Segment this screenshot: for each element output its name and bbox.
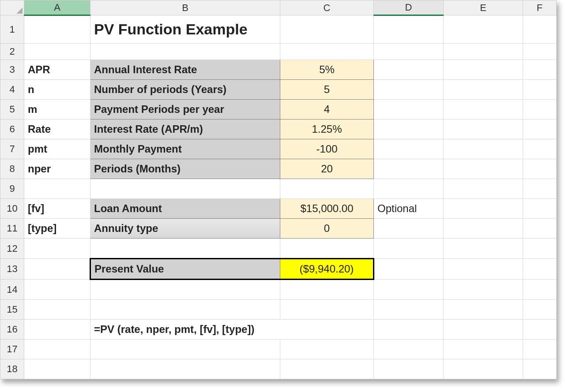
row-11[interactable]: 11 [type] Annuity type 0 xyxy=(0,219,557,239)
col-header-E[interactable]: E xyxy=(444,0,523,15)
cell-A4[interactable]: n xyxy=(24,80,90,100)
cell-D10[interactable]: Optional xyxy=(374,199,444,219)
cell-E4[interactable] xyxy=(444,80,523,100)
cell-F12[interactable] xyxy=(523,239,557,259)
cell-F11[interactable] xyxy=(523,219,557,239)
row-header-11[interactable]: 11 xyxy=(0,219,24,239)
cell-B4[interactable]: Number of periods (Years) xyxy=(90,80,280,100)
row-8[interactable]: 8 nper Periods (Months) 20 xyxy=(0,159,557,179)
cell-E6[interactable] xyxy=(444,119,523,139)
cell-D1[interactable] xyxy=(374,15,444,44)
cell-B3[interactable]: Annual Interest Rate xyxy=(90,60,280,80)
col-header-F[interactable]: F xyxy=(523,0,557,15)
cell-A8[interactable]: nper xyxy=(24,159,90,179)
cell-D9[interactable] xyxy=(374,179,444,199)
cell-C7[interactable]: -100 xyxy=(280,139,374,159)
cell-D4[interactable] xyxy=(374,80,444,100)
cell-F14[interactable] xyxy=(523,280,557,300)
cell-F10[interactable] xyxy=(523,199,557,219)
cell-B16-formula[interactable]: =PV (rate, nper, pmt, [fv], [type]) xyxy=(90,320,374,340)
cell-F3[interactable] xyxy=(523,60,557,80)
cell-E16[interactable] xyxy=(444,320,523,340)
cell-F16[interactable] xyxy=(523,320,557,340)
cell-A3[interactable]: APR xyxy=(24,60,90,80)
cell-D11[interactable] xyxy=(374,219,444,239)
cell-C18[interactable] xyxy=(280,359,374,379)
cell-B11[interactable]: Annuity type xyxy=(90,219,280,239)
cell-A12[interactable] xyxy=(24,239,90,259)
cell-D12[interactable] xyxy=(374,239,444,259)
cell-A10[interactable]: [fv] xyxy=(24,199,90,219)
cell-B6[interactable]: Interest Rate (APR/m) xyxy=(90,119,280,139)
cell-B17[interactable] xyxy=(90,340,280,359)
row-13[interactable]: 13 Present Value ($9,940.20) xyxy=(0,259,557,280)
cell-A11[interactable]: [type] xyxy=(24,219,90,239)
row-15[interactable]: 15 xyxy=(0,300,557,320)
cell-A1[interactable] xyxy=(24,15,90,44)
cell-B15[interactable] xyxy=(90,300,280,320)
cell-E2[interactable] xyxy=(444,44,523,60)
spreadsheet-grid[interactable]: A B C D E F 1 PV Function Example 2 3 AP… xyxy=(0,0,557,379)
cell-B10[interactable]: Loan Amount xyxy=(90,199,280,219)
cell-B14[interactable] xyxy=(90,280,280,300)
row-header-15[interactable]: 15 xyxy=(0,300,24,320)
cell-A18[interactable] xyxy=(24,359,90,379)
row-header-13[interactable]: 13 xyxy=(0,259,24,280)
cell-E12[interactable] xyxy=(444,239,523,259)
cell-A13[interactable] xyxy=(24,259,90,280)
cell-D15[interactable] xyxy=(374,300,444,320)
cell-F17[interactable] xyxy=(523,340,557,359)
col-header-C[interactable]: C xyxy=(280,0,374,15)
cell-C13-result[interactable]: ($9,940.20) xyxy=(280,259,374,280)
cell-B8[interactable]: Periods (Months) xyxy=(90,159,280,179)
cell-E15[interactable] xyxy=(444,300,523,320)
col-header-A[interactable]: A xyxy=(24,0,90,15)
cell-C9[interactable] xyxy=(280,179,374,199)
cell-C17[interactable] xyxy=(280,340,374,359)
cell-E7[interactable] xyxy=(444,139,523,159)
cell-A2[interactable] xyxy=(24,44,90,60)
row-header-4[interactable]: 4 xyxy=(0,80,24,100)
cell-D3[interactable] xyxy=(374,60,444,80)
cell-D6[interactable] xyxy=(374,119,444,139)
cell-E9[interactable] xyxy=(444,179,523,199)
cell-A6[interactable]: Rate xyxy=(24,119,90,139)
row-header-5[interactable]: 5 xyxy=(0,100,24,119)
row-header-14[interactable]: 14 xyxy=(0,280,24,300)
cell-F15[interactable] xyxy=(523,300,557,320)
cell-E8[interactable] xyxy=(444,159,523,179)
cell-B12[interactable] xyxy=(90,239,280,259)
cell-E13[interactable] xyxy=(444,259,523,280)
row-14[interactable]: 14 xyxy=(0,280,557,300)
cell-F4[interactable] xyxy=(523,80,557,100)
cell-E3[interactable] xyxy=(444,60,523,80)
cell-D5[interactable] xyxy=(374,100,444,119)
cell-E1[interactable] xyxy=(444,15,523,44)
cell-E14[interactable] xyxy=(444,280,523,300)
cell-C15[interactable] xyxy=(280,300,374,320)
row-header-8[interactable]: 8 xyxy=(0,159,24,179)
cell-D14[interactable] xyxy=(374,280,444,300)
row-5[interactable]: 5 m Payment Periods per year 4 xyxy=(0,100,557,119)
cell-E5[interactable] xyxy=(444,100,523,119)
row-header-10[interactable]: 10 xyxy=(0,199,24,219)
row-header-3[interactable]: 3 xyxy=(0,60,24,80)
cell-C4[interactable]: 5 xyxy=(280,80,374,100)
cell-A15[interactable] xyxy=(24,300,90,320)
row-1[interactable]: 1 PV Function Example xyxy=(0,15,557,44)
row-2[interactable]: 2 xyxy=(0,44,557,60)
row-6[interactable]: 6 Rate Interest Rate (APR/m) 1.25% xyxy=(0,119,557,139)
cell-D2[interactable] xyxy=(374,44,444,60)
cell-A9[interactable] xyxy=(24,179,90,199)
cell-E11[interactable] xyxy=(444,219,523,239)
cell-C6[interactable]: 1.25% xyxy=(280,119,374,139)
row-4[interactable]: 4 n Number of periods (Years) 5 xyxy=(0,80,557,100)
cell-C3[interactable]: 5% xyxy=(280,60,374,80)
cell-A16[interactable] xyxy=(24,320,90,340)
row-header-1[interactable]: 1 xyxy=(0,15,24,44)
cell-F9[interactable] xyxy=(523,179,557,199)
cell-F2[interactable] xyxy=(523,44,557,60)
cell-B13[interactable]: Present Value xyxy=(90,259,280,280)
row-3[interactable]: 3 APR Annual Interest Rate 5% xyxy=(0,60,557,80)
cell-C11[interactable]: 0 xyxy=(280,219,374,239)
